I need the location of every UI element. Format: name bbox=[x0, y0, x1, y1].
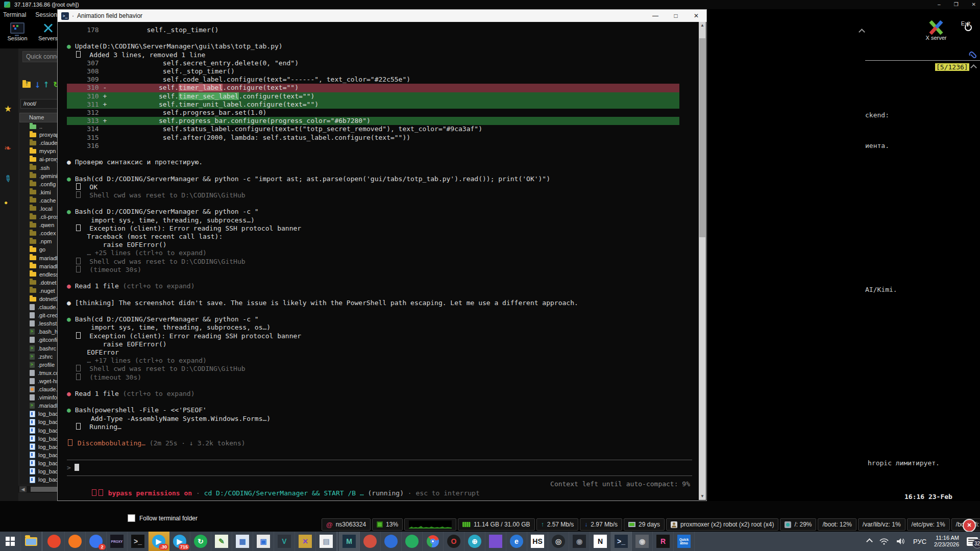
taskbar-purple-app-icon[interactable] bbox=[485, 532, 506, 551]
panel-caret-icon[interactable] bbox=[859, 29, 865, 35]
taskbar-opera-icon[interactable]: O bbox=[444, 532, 464, 551]
monitoring-close-button[interactable]: ✕ bbox=[963, 519, 976, 532]
taskbar-calculator-icon[interactable]: ▦ bbox=[232, 532, 253, 551]
file-name: .viminfo bbox=[38, 394, 57, 400]
wifi-icon[interactable] bbox=[879, 538, 889, 545]
terminal-line: Added 3 lines, removed 1 line bbox=[67, 51, 699, 59]
taskbar-notepad-icon[interactable]: ▤ bbox=[316, 532, 337, 551]
taskbar-mobaxterm-icon[interactable]: M bbox=[339, 532, 360, 551]
terminal-maximize-button[interactable]: □ bbox=[666, 10, 686, 22]
taskbar-notion-icon[interactable]: N bbox=[590, 532, 611, 551]
terminal-line: ● Read 1 file (ctrl+o to expand) bbox=[67, 282, 699, 290]
camera-2-glyph: ◉ bbox=[635, 535, 649, 548]
taskbar-proxy-app-icon[interactable]: PROXY bbox=[107, 532, 128, 551]
macros-icon[interactable]: ❧ bbox=[4, 143, 11, 154]
terminal-titlebar[interactable]: >_ · Animation field behavior — □ ✕ bbox=[58, 10, 706, 22]
terminal-line bbox=[67, 166, 699, 174]
taskbar-obs-icon[interactable]: ◎ bbox=[548, 532, 569, 551]
sidebar-tab-strip: ★ ❧ ✎ ● bbox=[0, 48, 19, 510]
menu-terminal[interactable]: Terminal bbox=[3, 11, 26, 18]
taskbar-quick-atmo-icon[interactable]: Quick atmo bbox=[674, 532, 695, 551]
taskbar-firefox-icon[interactable] bbox=[65, 532, 86, 551]
taskbar-telegram-1-icon[interactable]: ▶.30 bbox=[149, 532, 169, 551]
follow-terminal-folder-option[interactable]: Follow terminal folder bbox=[128, 514, 198, 522]
keyboard-layout[interactable]: РУС bbox=[913, 538, 926, 545]
up-icon bbox=[30, 124, 36, 129]
monitor-segment: ↑2.57 Mb/s bbox=[536, 518, 579, 531]
taskbar-start-icon[interactable] bbox=[0, 532, 21, 551]
taskbar-blue-messenger-icon[interactable]: 2 bbox=[86, 532, 107, 551]
tools-pin-icon[interactable]: ✎ bbox=[2, 172, 14, 185]
terminal-line: (timeout 30s) bbox=[67, 373, 699, 382]
paperclip-icon[interactable] bbox=[968, 49, 978, 61]
taskbar-green-app-icon[interactable] bbox=[402, 532, 423, 551]
taskbar-powershell-icon[interactable]: >_ bbox=[611, 532, 632, 551]
file-name: .dotnet bbox=[39, 280, 57, 286]
file-name: .cache bbox=[39, 197, 56, 204]
scroll-up-caret-icon[interactable] bbox=[970, 64, 977, 71]
taskbar-file-explorer-icon[interactable] bbox=[21, 532, 42, 551]
tray-time: 11:16 AM bbox=[936, 535, 959, 541]
taskbar-chrome-icon[interactable] bbox=[423, 532, 444, 551]
terminal-line: Shell cwd was reset to D:\CODING\GitHub bbox=[67, 258, 699, 266]
xserver-button[interactable]: X server bbox=[922, 20, 950, 41]
taskbar-rider-icon[interactable]: R bbox=[653, 532, 674, 551]
scrollbar-thumb[interactable] bbox=[699, 38, 705, 237]
bg-terminal-fragment: ckend: bbox=[865, 111, 889, 119]
main-minimize-button[interactable]: – bbox=[938, 2, 941, 7]
menu-sessions[interactable]: Sessions bbox=[35, 11, 60, 18]
taskbar-blue-app-icon[interactable] bbox=[381, 532, 402, 551]
taskbar-edge-icon[interactable]: e bbox=[506, 532, 527, 551]
taskbar-camera-2-icon[interactable]: ◉ bbox=[632, 532, 653, 551]
taskbar-globe-app-icon[interactable]: ⊕ bbox=[464, 532, 485, 551]
terminal-window-title: Animation field behavior bbox=[77, 12, 142, 19]
terminal-line: 310 - self.timer_label.configure(text=""… bbox=[67, 84, 679, 92]
claude-icon bbox=[30, 386, 35, 392]
terminal-minimize-button[interactable]: — bbox=[645, 10, 666, 22]
favorites-star-icon[interactable]: ★ bbox=[4, 104, 12, 114]
mobaxterm-logo-icon bbox=[4, 2, 10, 8]
go-up-folder-icon[interactable] bbox=[22, 82, 31, 88]
terminal-line bbox=[67, 431, 699, 439]
taskbar-camera-app-icon[interactable]: ◉ bbox=[569, 532, 590, 551]
main-maximize-button[interactable]: ❐ bbox=[954, 2, 959, 7]
scrollbar-down-arrow-icon[interactable]: ▼ bbox=[699, 493, 706, 500]
tray-clock[interactable]: 11:16 AM 2/23/2026 bbox=[934, 535, 959, 548]
folderdim-icon bbox=[30, 206, 36, 211]
main-close-button[interactable]: ✕ bbox=[972, 2, 976, 7]
taskbar-v-app-icon[interactable]: V bbox=[274, 532, 295, 551]
file-icon bbox=[30, 320, 35, 327]
notification-center-icon[interactable]: 32 bbox=[967, 537, 978, 546]
checkbox-icon[interactable] bbox=[128, 514, 135, 522]
taskbar-sync-app-icon[interactable]: ↻ bbox=[190, 532, 211, 551]
upload-icon[interactable]: ⭡ bbox=[44, 80, 48, 89]
taskbar-telegram-2-icon[interactable]: ▶715 bbox=[169, 532, 190, 551]
volume-icon[interactable] bbox=[896, 538, 905, 545]
taskbar-pencil-app-icon[interactable]: ✕ bbox=[295, 532, 316, 551]
badge: .30 bbox=[159, 544, 168, 550]
taskbar-hs-app-icon[interactable]: HS bbox=[527, 532, 548, 551]
terminal-line: 309 self.code_label.configure(text="----… bbox=[67, 76, 699, 84]
prompt-line[interactable]: > bbox=[67, 464, 699, 472]
taskbar-brave-icon[interactable] bbox=[44, 532, 65, 551]
taskbar-window-app-icon[interactable]: ▣ bbox=[253, 532, 274, 551]
terminal-scrollbar[interactable]: ▲ ▼ bbox=[699, 22, 706, 500]
scroll-left-arrow-icon[interactable]: ◀ bbox=[19, 486, 27, 492]
monitor-segment: proxmoxer (x2) robot (x2) root (x4) bbox=[666, 518, 778, 531]
servers-icon bbox=[42, 22, 54, 34]
taskbar-cmd-icon[interactable]: >_ bbox=[128, 532, 149, 551]
scrollbar-up-arrow-icon[interactable]: ▲ bbox=[699, 22, 706, 29]
taskbar-notepad-plus-icon[interactable]: ✎ bbox=[211, 532, 232, 551]
file-name: .nuget bbox=[39, 288, 55, 294]
taskbar-paint-app-icon[interactable] bbox=[360, 532, 381, 551]
folderdim-icon bbox=[30, 141, 36, 145]
sync-app-glyph: ↻ bbox=[194, 535, 207, 548]
terminal-close-button[interactable]: ✕ bbox=[686, 10, 706, 22]
file-icon bbox=[30, 312, 35, 318]
download-icon[interactable]: ⭣ bbox=[36, 80, 39, 89]
exit-button[interactable]: Exit bbox=[953, 20, 978, 27]
file-icon bbox=[30, 378, 35, 384]
session-button[interactable]: Session bbox=[3, 22, 32, 47]
windows-taskbar: 2PROXY>_▶.30▶715↻✎▦▣V✕▤MO⊕eHS◎◉N>_◉RQuic… bbox=[0, 532, 980, 551]
tray-chevron-icon[interactable] bbox=[866, 538, 873, 545]
